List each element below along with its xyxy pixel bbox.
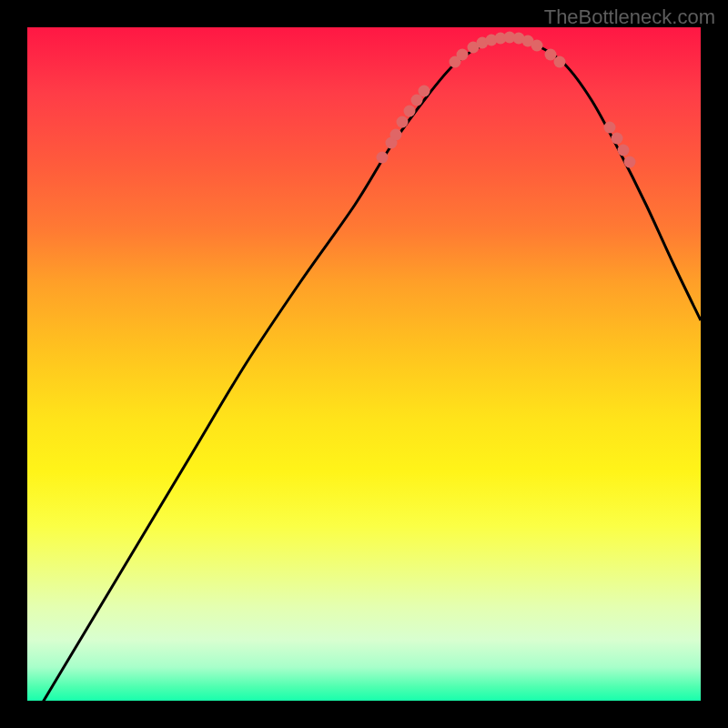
- marker-point: [390, 129, 402, 141]
- marker-point: [397, 116, 409, 128]
- bottleneck-curve: [27, 38, 701, 728]
- marker-point: [419, 86, 430, 97]
- marker-point: [377, 152, 389, 164]
- marker-point: [618, 145, 630, 157]
- marker-point: [531, 40, 543, 52]
- marker-point: [612, 133, 623, 145]
- highlight-markers: [377, 32, 636, 168]
- marker-point: [457, 49, 469, 61]
- chart-svg: [27, 27, 701, 701]
- marker-point: [604, 122, 616, 134]
- marker-point: [624, 157, 636, 168]
- marker-point: [554, 56, 566, 68]
- chart-canvas: TheBottleneck.com: [0, 0, 728, 728]
- marker-point: [404, 106, 416, 117]
- watermark-text: TheBottleneck.com: [544, 5, 715, 29]
